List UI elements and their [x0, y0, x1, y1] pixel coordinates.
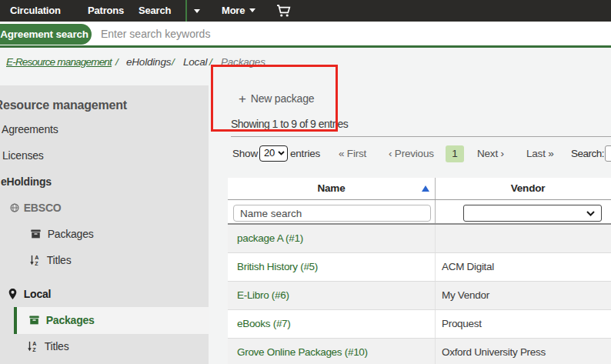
table-header-row: Name Vendor: [228, 178, 611, 200]
sidebar-item-agreements[interactable]: Agreements: [2, 116, 58, 142]
breadcrumb-erm-link[interactable]: E-Resource management: [6, 55, 112, 69]
sidebar-item-local[interactable]: Local: [8, 281, 51, 307]
vendor-cell: Oxford University Press: [436, 339, 611, 364]
sidebar-item-local-titles[interactable]: A Z Titles: [27, 333, 68, 359]
column-header-name[interactable]: Name: [228, 178, 436, 199]
top-navbar: Circulation Patrons Search More: [0, 0, 611, 22]
table-toolbar: Show 20 entries « First ‹ Previous 1 Nex…: [209, 145, 611, 162]
koha-erm-page: Circulation Patrons Search More Agreemen…: [0, 0, 611, 364]
page-size-select[interactable]: 20: [259, 145, 288, 162]
sort-ascending-icon: [422, 185, 429, 192]
sidebar-item-label: EBSCO: [24, 202, 62, 214]
new-package-button[interactable]: +New package: [239, 90, 314, 107]
main-content: +New package Showing 1 to 9 of 9 entries…: [209, 48, 611, 364]
table-search-input[interactable]: [605, 145, 611, 162]
caret-down-icon: [249, 8, 255, 12]
nav-patrons[interactable]: Patrons: [88, 0, 124, 22]
sidebar-item-ebsco-titles[interactable]: A Z Titles: [29, 247, 71, 273]
table-filter-row: [228, 200, 611, 225]
sort-alpha-down-icon: A Z: [29, 255, 40, 265]
svg-text:A: A: [35, 255, 38, 260]
sidebar-item-label: Packages: [46, 314, 95, 326]
chevron-down-icon: [278, 151, 285, 155]
package-link[interactable]: Grove Online Packages (#10): [237, 346, 368, 358]
navbar-divider: [185, 0, 187, 22]
showing-entries-text: Showing 1 to 9 of 9 entries: [231, 117, 348, 131]
table-search-label: Search:: [571, 145, 604, 162]
pagination-next-button[interactable]: Next ›: [477, 145, 504, 162]
nav-more-label: More: [222, 5, 245, 16]
column-header-label: Vendor: [511, 182, 546, 194]
horizontal-divider: [231, 136, 611, 137]
nav-circulation[interactable]: Circulation: [10, 0, 61, 22]
column-header-label: Name: [318, 182, 346, 194]
name-filter-input[interactable]: [233, 205, 431, 222]
vendor-cell: [436, 225, 611, 252]
package-link[interactable]: eBooks (#7): [237, 318, 291, 329]
vendor-cell: My Vendor: [436, 282, 611, 309]
table-row: E-Libro (#6) My Vendor: [228, 282, 611, 310]
pagination-current-page[interactable]: 1: [446, 145, 464, 162]
package-link[interactable]: package A (#1): [237, 232, 303, 244]
pagination-first-button[interactable]: « First: [339, 145, 366, 162]
table-row: eBooks (#7) Proquest: [228, 310, 611, 339]
svg-text:Z: Z: [35, 261, 38, 265]
breadcrumb-separator: /: [115, 55, 119, 69]
breadcrumb-local-link[interactable]: Local: [183, 55, 207, 69]
map-marker-icon: [8, 289, 17, 299]
cart-icon[interactable]: [276, 4, 291, 18]
svg-text:Z: Z: [32, 347, 36, 352]
sidebar-item-label: Agreements: [2, 123, 58, 135]
entries-label: entries: [290, 145, 320, 162]
breadcrumb-separator: /: [172, 55, 175, 69]
table-row: package A (#1): [228, 225, 611, 253]
packages-table: Name Vendor: [228, 178, 611, 364]
show-label: Show: [232, 145, 258, 162]
column-header-vendor[interactable]: Vendor: [436, 178, 611, 199]
sort-alpha-down-icon: A Z: [27, 341, 38, 352]
page-size-value: 20: [264, 146, 275, 160]
svg-text:A: A: [32, 341, 36, 346]
sidebar-item-local-packages[interactable]: Packages: [14, 307, 209, 334]
sidebar-item-ebsco-packages[interactable]: Packages: [31, 221, 94, 247]
sidebar-item-eholdings[interactable]: eHoldings: [1, 169, 52, 195]
sidebar: E-Resource management Agreements License…: [0, 85, 209, 364]
table-row: British History (#5) ACM Digital: [228, 253, 611, 282]
nav-search[interactable]: Search: [139, 0, 171, 22]
nav-more-menu[interactable]: More: [222, 0, 255, 22]
sidebar-item-label: Packages: [48, 228, 94, 240]
breadcrumb-eholdings-link[interactable]: eHoldings: [126, 55, 171, 69]
pagination-last-button[interactable]: Last »: [526, 145, 554, 162]
search-input[interactable]: [101, 23, 609, 44]
box-archive-icon: [31, 229, 41, 239]
vendor-cell: ACM Digital: [436, 253, 611, 281]
package-link[interactable]: E-Libro (#6): [237, 289, 289, 301]
sidebar-title: E-Resource management: [0, 99, 127, 112]
search-header: Agreement search: [0, 22, 611, 48]
vendor-cell: Proquest: [436, 310, 611, 338]
sidebar-item-label: Titles: [47, 254, 72, 266]
sidebar-item-ebsco[interactable]: EBSCO: [10, 195, 62, 221]
new-package-label: New package: [251, 92, 315, 105]
sidebar-item-label: Licenses: [2, 149, 44, 162]
vendor-filter-select[interactable]: [463, 205, 602, 222]
sidebar-item-label: Local: [24, 288, 52, 300]
chevron-down-icon: [586, 211, 595, 216]
plus-icon: +: [239, 92, 246, 106]
package-link[interactable]: British History (#5): [237, 261, 318, 272]
agreement-search-tab[interactable]: Agreement search: [0, 24, 92, 45]
caret-down-icon[interactable]: [194, 9, 200, 13]
globe-icon: [10, 203, 19, 212]
sidebar-item-label: eHoldings: [1, 175, 52, 188]
sidebar-item-label: Titles: [45, 340, 69, 352]
box-archive-icon: [29, 316, 39, 325]
sidebar-item-licenses[interactable]: Licenses: [2, 142, 44, 169]
pagination-previous-button[interactable]: ‹ Previous: [389, 145, 434, 162]
table-row: Grove Online Packages (#10) Oxford Unive…: [228, 339, 611, 364]
